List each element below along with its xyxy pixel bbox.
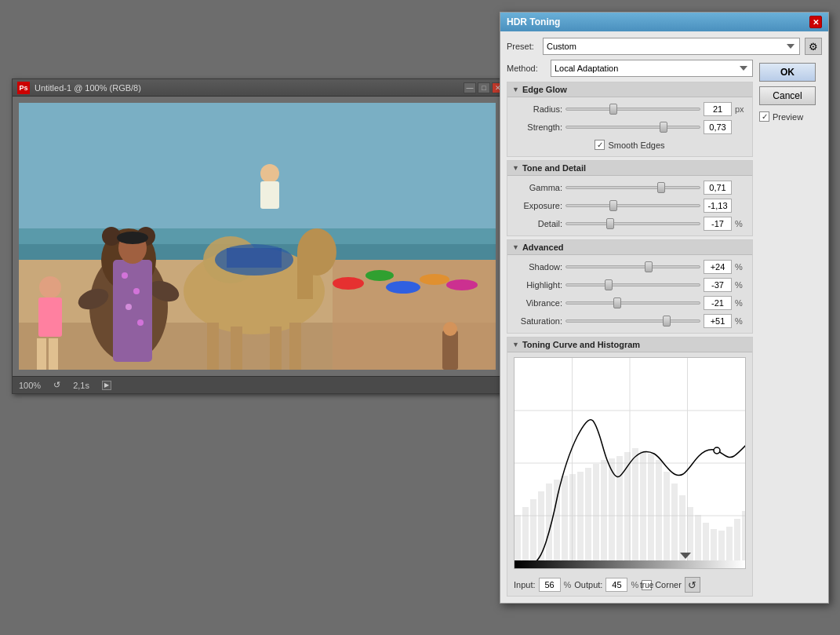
- strength-slider-track[interactable]: [565, 126, 700, 129]
- cancel-button[interactable]: Cancel: [759, 86, 816, 105]
- exposure-value-input[interactable]: [704, 199, 732, 213]
- curve-input-value[interactable]: [539, 578, 561, 592]
- input-unit: %: [564, 580, 572, 589]
- hdr-main-area: Method: Local Adaptation Equalize Histog…: [507, 60, 822, 597]
- gamma-value-input[interactable]: [704, 181, 732, 195]
- smooth-edges-row: ✓ Smooth Edges: [514, 138, 746, 151]
- exposure-slider-track[interactable]: [565, 204, 700, 207]
- hdr-close-button[interactable]: ✕: [809, 16, 822, 28]
- svg-rect-38: [38, 297, 62, 337]
- corner-checkbox[interactable]: true: [642, 580, 652, 590]
- shadow-row: Shadow: %: [514, 260, 746, 274]
- svg-rect-42: [260, 181, 279, 209]
- detail-slider-track[interactable]: [565, 222, 700, 225]
- curve-reset-button[interactable]: ↺: [685, 577, 700, 593]
- saturation-slider-track[interactable]: [565, 319, 700, 323]
- vibrance-slider-thumb[interactable]: [613, 297, 621, 308]
- vibrance-label: Vibrance:: [514, 298, 562, 308]
- toning-curve-canvas[interactable]: [514, 357, 746, 569]
- radius-slider-thumb[interactable]: [609, 104, 617, 115]
- svg-rect-51: [530, 499, 536, 568]
- gamma-slider-thumb[interactable]: [657, 182, 665, 193]
- gear-icon: ⚙: [809, 41, 818, 53]
- method-label: Method:: [507, 64, 546, 73]
- ps-restore-btn[interactable]: □: [478, 82, 490, 93]
- shadow-slider-track[interactable]: [565, 265, 700, 268]
- radius-slider-track[interactable]: [565, 108, 700, 111]
- advanced-section: ▼ Advanced Shadow: %: [507, 239, 753, 334]
- vibrance-slider-track[interactable]: [565, 301, 700, 305]
- smooth-edges-label: Smooth Edges: [608, 141, 664, 150]
- svg-rect-16: [297, 252, 313, 299]
- ps-window-title: Untitled-1 @ 100% (RGB/8): [35, 83, 459, 93]
- highlight-unit: %: [735, 280, 746, 290]
- radius-label: Radius:: [514, 104, 562, 114]
- detail-slider-thumb[interactable]: [606, 218, 614, 229]
- svg-point-13: [443, 322, 457, 336]
- gamma-slider-track[interactable]: [565, 186, 700, 189]
- ps-canvas: [19, 103, 496, 370]
- edge-glow-arrow: ▼: [512, 86, 519, 93]
- corner-label: Corner: [655, 580, 682, 589]
- radius-row: Radius: px: [514, 102, 746, 116]
- svg-rect-56: [569, 474, 576, 568]
- strength-slider-thumb[interactable]: [660, 122, 667, 133]
- ps-window: Ps Untitled-1 @ 100% (RGB/8) — □ ✕: [12, 78, 510, 394]
- svg-rect-6: [333, 260, 496, 370]
- beach-scene-svg: [19, 103, 496, 370]
- strength-value-input[interactable]: [704, 120, 732, 134]
- highlight-slider-thumb[interactable]: [605, 279, 613, 290]
- toning-curve-arrow: ▼: [512, 341, 519, 349]
- preset-select[interactable]: Custom Default Flat Monochromatic Photor…: [543, 38, 800, 55]
- playback-btn[interactable]: ▶: [102, 381, 111, 390]
- highlight-label: Highlight:: [514, 280, 562, 290]
- svg-rect-65: [640, 451, 646, 568]
- svg-point-86: [714, 447, 720, 454]
- svg-rect-68: [664, 472, 670, 568]
- svg-rect-30: [113, 260, 152, 362]
- hdr-right-panel: OK Cancel ✓ Preview: [759, 60, 822, 597]
- svg-rect-1: [19, 103, 496, 228]
- svg-rect-18: [207, 323, 219, 370]
- preset-label: Preset:: [507, 42, 538, 51]
- highlight-slider-track[interactable]: [565, 283, 700, 286]
- svg-point-36: [117, 232, 148, 244]
- ps-minimize-btn[interactable]: —: [464, 82, 476, 93]
- ok-button[interactable]: OK: [759, 63, 816, 82]
- radius-unit: px: [735, 104, 746, 114]
- method-row: Method: Local Adaptation Equalize Histog…: [507, 60, 753, 77]
- advanced-title: Advanced: [522, 243, 564, 252]
- curve-footer: Input: % Output: % true Corner ↺: [507, 574, 752, 596]
- detail-value-input[interactable]: [704, 217, 732, 231]
- ps-app-icon: Ps: [17, 82, 30, 94]
- vibrance-value-input[interactable]: [704, 296, 732, 310]
- shadow-slider-thumb[interactable]: [645, 261, 653, 272]
- svg-rect-72: [695, 515, 701, 568]
- preview-checkbox[interactable]: ✓: [759, 111, 769, 122]
- method-select[interactable]: Local Adaptation Equalize Histogram Expo…: [551, 60, 753, 77]
- ps-statusbar: 100% ↺ 2,1s ▶: [13, 376, 509, 393]
- highlight-value-input[interactable]: [704, 278, 732, 292]
- curve-output-value[interactable]: [605, 578, 627, 592]
- exposure-label: Exposure:: [514, 201, 562, 210]
- shadow-value-input[interactable]: [704, 260, 732, 274]
- exposure-slider-thumb[interactable]: [609, 200, 617, 211]
- tone-detail-header: ▼ Tone and Detail: [507, 161, 752, 176]
- svg-point-10: [420, 274, 449, 285]
- svg-rect-58: [585, 468, 591, 568]
- advanced-body: Shadow: % Highlight:: [507, 255, 752, 333]
- saturation-slider-thumb[interactable]: [663, 316, 671, 327]
- vibrance-unit: %: [735, 298, 746, 308]
- preset-row: Preset: Custom Default Flat Monochromati…: [507, 38, 822, 55]
- preset-gear-button[interactable]: ⚙: [805, 38, 822, 55]
- svg-rect-64: [632, 448, 638, 568]
- svg-rect-40: [49, 338, 58, 370]
- detail-row: Detail: %: [514, 217, 746, 231]
- svg-point-41: [260, 164, 279, 183]
- svg-rect-57: [577, 472, 584, 568]
- svg-rect-71: [687, 507, 693, 568]
- smooth-edges-checkbox[interactable]: ✓: [595, 140, 605, 150]
- radius-value-input[interactable]: [704, 102, 732, 116]
- saturation-value-input[interactable]: [704, 314, 732, 328]
- edge-glow-body: Radius: px Strength:: [507, 97, 752, 156]
